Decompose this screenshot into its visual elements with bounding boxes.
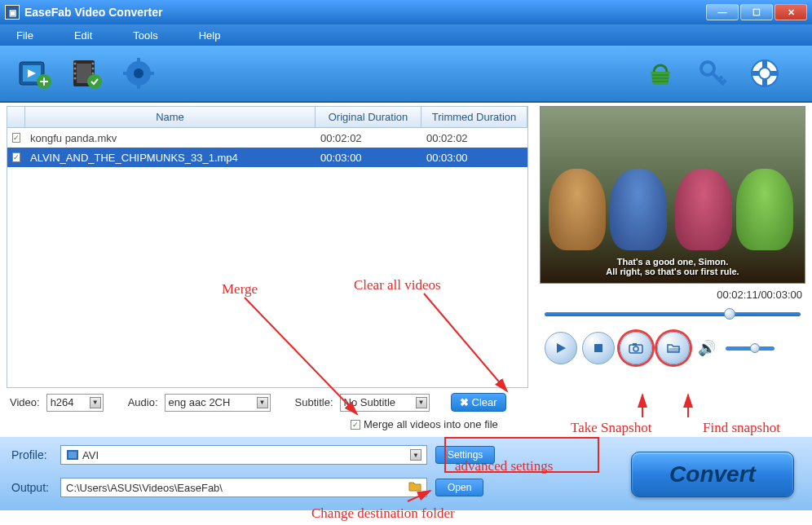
col-original-duration[interactable]: Original Duration: [316, 107, 421, 127]
file-checkbox[interactable]: ✓: [12, 152, 20, 162]
file-name: kongfu panda.mkv: [30, 132, 117, 144]
lifebuoy-icon: [747, 55, 783, 91]
volume-icon[interactable]: 🔊: [698, 339, 716, 357]
settings-profile-button[interactable]: Settings: [435, 446, 495, 464]
col-trimmed-duration[interactable]: Trimmed Duration: [421, 107, 527, 127]
output-path-input[interactable]: C:\Users\ASUS\Videos\EaseFab\: [60, 478, 427, 497]
subtitle-label: Subtitle:: [295, 396, 333, 408]
open-output-button[interactable]: Open: [435, 479, 483, 496]
convert-button[interactable]: Convert: [631, 452, 794, 497]
menu-tools[interactable]: Tools: [133, 29, 157, 42]
svg-marker-24: [557, 343, 566, 353]
file-orig-duration: 00:03:00: [320, 152, 362, 164]
menu-bar: File Edit Tools Help: [0, 24, 812, 46]
file-row[interactable]: ✓ kongfu panda.mkv 00:02:02 00:02:02: [7, 128, 527, 148]
toolbar: [0, 46, 812, 103]
seek-slider[interactable]: [545, 311, 801, 317]
preview-time: 00:02:11/00:03:00: [540, 284, 805, 306]
bottom-panel: Profile: AVI ▼ Settings Output: C:\Users…: [0, 437, 812, 510]
svg-rect-25: [594, 344, 602, 352]
format-row: Video: h264▼ Audio: eng aac 2CH▼ Subtitl…: [0, 388, 812, 417]
svg-point-7: [74, 68, 77, 70]
menu-help[interactable]: Help: [199, 29, 221, 42]
menu-edit[interactable]: Edit: [74, 29, 92, 42]
settings-button[interactable]: [119, 54, 158, 93]
stop-icon: [593, 342, 604, 354]
svg-rect-28: [633, 343, 637, 346]
camera-icon: [629, 342, 643, 354]
audio-codec-select[interactable]: eng aac 2CH▼: [165, 394, 271, 412]
clear-button[interactable]: ✖Clear: [451, 393, 506, 412]
browse-folder-icon[interactable]: [408, 481, 421, 494]
app-icon: ▣: [5, 5, 20, 20]
output-label: Output:: [11, 481, 60, 494]
file-name: ALVIN_AND_THE_CHIPMUNKS_33_1.mp4: [30, 152, 238, 164]
preview-viewport[interactable]: That's a good one, Simon. All right, so …: [540, 106, 805, 284]
preview-subtitle: That's a good one, Simon. All right, so …: [541, 257, 805, 276]
file-checkbox[interactable]: ✓: [12, 133, 20, 143]
volume-slider[interactable]: [726, 346, 774, 351]
svg-point-11: [92, 68, 95, 70]
open-folder-button[interactable]: [657, 332, 690, 364]
svg-point-8: [74, 73, 77, 75]
file-trim-duration: 00:02:02: [426, 132, 468, 144]
folder-open-icon: [666, 342, 681, 354]
video-codec-select[interactable]: h264▼: [46, 394, 104, 412]
register-button[interactable]: [693, 54, 732, 93]
svg-rect-17: [137, 58, 140, 63]
svg-point-21: [701, 62, 714, 75]
svg-rect-18: [137, 84, 140, 89]
file-list-header: Name Original Duration Trimmed Duration: [7, 107, 527, 128]
profile-select[interactable]: AVI ▼: [60, 445, 427, 465]
preview-panel: That's a good one, Simon. All right, so …: [540, 106, 805, 388]
svg-rect-19: [123, 72, 128, 75]
edit-video-icon: [68, 55, 104, 91]
svg-point-27: [633, 346, 638, 351]
svg-point-14: [87, 74, 102, 89]
svg-rect-20: [149, 72, 154, 75]
add-video-icon: [16, 55, 52, 91]
file-row[interactable]: ✓ ALVIN_AND_THE_CHIPMUNKS_33_1.mp4 00:03…: [7, 148, 527, 167]
svg-point-10: [92, 63, 95, 65]
profile-label: Profile:: [11, 448, 60, 461]
merge-label: Merge all videos into one file: [364, 418, 498, 430]
subtitle-select[interactable]: No Subtitle▼: [340, 394, 430, 412]
svg-rect-30: [68, 452, 77, 458]
file-trim-duration: 00:03:00: [426, 152, 468, 164]
svg-point-12: [92, 73, 95, 75]
help-button[interactable]: [745, 54, 784, 93]
svg-point-16: [134, 68, 143, 78]
file-list: Name Original Duration Trimmed Duration …: [7, 106, 528, 388]
col-name[interactable]: Name: [25, 107, 316, 127]
svg-point-6: [74, 63, 77, 65]
close-button[interactable]: ✕: [774, 4, 807, 20]
snapshot-button[interactable]: [620, 332, 652, 364]
minimize-button[interactable]: —: [706, 4, 739, 20]
title-bar: ▣ EaseFab Video Converter — ☐ ✕: [0, 0, 812, 24]
shop-button[interactable]: [641, 54, 680, 93]
file-orig-duration: 00:02:02: [320, 132, 362, 144]
add-video-button[interactable]: [15, 54, 54, 93]
key-icon: [695, 55, 730, 91]
svg-point-23: [759, 68, 770, 79]
gear-icon: [121, 55, 157, 91]
menu-file[interactable]: File: [16, 29, 33, 42]
svg-point-9: [74, 77, 77, 80]
maximize-button[interactable]: ☐: [740, 4, 773, 20]
window-title: EaseFab Video Converter: [24, 6, 162, 19]
merge-checkbox[interactable]: ✓: [351, 420, 360, 430]
play-icon: [554, 342, 567, 355]
profile-icon: [66, 449, 79, 461]
audio-label: Audio:: [128, 396, 158, 408]
basket-icon: [642, 55, 678, 91]
edit-video-button[interactable]: [67, 54, 106, 93]
play-button[interactable]: [545, 332, 577, 364]
stop-button[interactable]: [582, 332, 615, 364]
video-label: Video:: [10, 396, 40, 408]
